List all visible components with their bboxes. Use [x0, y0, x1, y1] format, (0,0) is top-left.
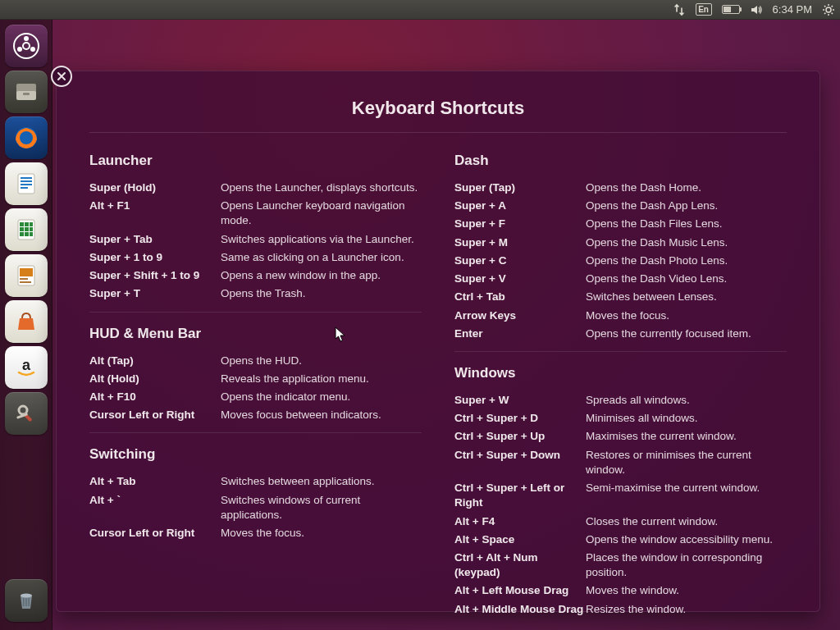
shortcut-key: Arrow Keys	[454, 308, 586, 323]
shortcut-key: Alt + `	[89, 493, 221, 523]
shortcut-description: Minimises all windows.	[586, 411, 787, 426]
battery-indicator[interactable]	[722, 0, 740, 19]
shortcut-key: Super + Shift + 1 to 9	[89, 268, 221, 283]
firefox-icon[interactable]	[5, 116, 48, 159]
shortcut-row: Alt + Middle Mouse DragResizes the windo…	[454, 602, 787, 617]
shortcut-row: Ctrl + Super + DMinimises all windows.	[454, 411, 787, 426]
shortcut-row: Ctrl + Super + DownRestores or minimises…	[454, 448, 787, 477]
shortcut-description: Switches between Lenses.	[586, 290, 787, 304]
svg-point-13	[23, 43, 30, 49]
shortcut-row: Super + Shift + 1 to 9Opens a new window…	[89, 268, 422, 283]
shortcut-key: Alt (Tap)	[89, 354, 221, 368]
svg-rect-28	[20, 227, 24, 231]
shortcut-key: Ctrl + Tab	[454, 290, 586, 304]
shortcut-row: Ctrl + Super + UpMaximises the current w…	[454, 429, 787, 444]
launcher: a	[0, 20, 52, 630]
shortcut-row: Super + TOpens the Trash.	[89, 286, 422, 301]
sound-indicator[interactable]	[750, 0, 763, 19]
shortcut-key: Ctrl + Super + D	[454, 411, 586, 426]
shortcut-description: Moves the window.	[586, 583, 787, 598]
shortcut-row: Super (Hold)Opens the Launcher, displays…	[89, 180, 422, 195]
close-button[interactable]	[51, 66, 72, 87]
shortcut-key: Super + T	[89, 286, 221, 301]
shortcut-row: Alt + Left Mouse DragMoves the window.	[454, 583, 787, 598]
shortcut-description: Semi-maximise the current window.	[586, 481, 787, 510]
shortcut-description: Switches windows of current applications…	[221, 493, 422, 523]
shortcut-row: Super + COpens the Dash Photo Lens.	[454, 253, 787, 268]
shortcut-key: Alt + F1	[89, 199, 221, 228]
files-icon[interactable]	[5, 71, 48, 113]
svg-point-11	[17, 47, 22, 52]
shortcut-description: Switches applications via the Launcher.	[221, 232, 422, 247]
svg-rect-32	[25, 232, 29, 236]
shortcut-key: Alt + Space	[454, 532, 586, 547]
dash-icon[interactable]	[5, 25, 48, 67]
svg-rect-31	[20, 232, 24, 236]
shortcut-key: Alt + Tab	[89, 474, 221, 489]
shortcut-description: Closes the current window.	[586, 514, 787, 529]
shortcut-section: HUD & Menu BarAlt (Tap)Opens the HUD.Alt…	[89, 326, 422, 423]
shortcut-description: Opens the Dash Home.	[586, 180, 787, 195]
battery-icon	[722, 5, 740, 14]
svg-point-10	[24, 36, 29, 41]
shortcut-key: Alt + F4	[454, 514, 586, 529]
clock-text: 6:34 PM	[773, 3, 812, 16]
amazon-icon[interactable]: a	[5, 346, 48, 389]
svg-point-12	[30, 47, 35, 52]
network-icon[interactable]	[673, 0, 686, 19]
shortcut-row: Cursor Left or RightMoves focus between …	[89, 408, 422, 422]
shortcut-row: Super + 1 to 9Same as clicking on a Laun…	[89, 250, 422, 265]
svg-rect-29	[25, 227, 29, 231]
svg-rect-45	[28, 598, 30, 606]
divider	[89, 132, 787, 133]
writer-icon[interactable]	[5, 162, 48, 205]
trash-icon[interactable]	[5, 579, 48, 622]
shortcut-row: Alt (Tap)Opens the HUD.	[89, 354, 422, 368]
calc-icon[interactable]	[5, 208, 48, 251]
svg-rect-25	[20, 222, 24, 226]
system-indicator[interactable]	[822, 0, 835, 19]
section-title: Dash	[454, 153, 787, 169]
shortcut-section: WindowsSuper + WSpreads all windows.Ctrl…	[454, 365, 787, 617]
section-title: Windows	[454, 365, 787, 381]
shortcut-key: Ctrl + Super + Down	[454, 448, 586, 477]
shortcut-description: Moves focus between indicators.	[221, 408, 422, 422]
software-icon[interactable]	[5, 300, 48, 343]
shortcut-key: Super (Hold)	[89, 180, 221, 195]
svg-rect-27	[30, 222, 33, 226]
shortcut-description: Opens the Launcher, displays shortcuts.	[221, 180, 422, 195]
section-title: HUD & Menu Bar	[89, 326, 422, 342]
shortcut-key: Cursor Left or Right	[89, 408, 221, 422]
shortcut-key: Super + F	[454, 217, 586, 231]
svg-rect-22	[21, 184, 32, 185]
shortcut-description: Reveals the application menu.	[221, 372, 422, 386]
shortcut-key: Alt + F10	[89, 390, 221, 404]
shortcut-key: Super + C	[454, 253, 586, 268]
clock[interactable]: 6:34 PM	[773, 0, 812, 19]
svg-rect-30	[30, 227, 33, 231]
shortcut-description: Opens the Dash Video Lens.	[586, 272, 787, 286]
shortcut-description: Opens the Dash Files Lens.	[586, 217, 787, 231]
svg-line-8	[824, 12, 825, 13]
svg-point-0	[826, 7, 831, 12]
shortcut-section: DashSuper (Tap)Opens the Dash Home.Super…	[454, 153, 787, 341]
shortcut-key: Super + W	[454, 393, 586, 408]
shortcut-row: Alt (Hold)Reveals the application menu.	[89, 372, 422, 386]
shortcut-row: Super (Tap)Opens the Dash Home.	[454, 180, 787, 195]
shortcut-description: Moves the focus.	[221, 526, 422, 541]
keyboard-shortcuts-overlay: Keyboard Shortcuts LauncherSuper (Hold)O…	[56, 71, 820, 612]
shortcut-key: Super + 1 to 9	[89, 250, 221, 265]
svg-rect-23	[21, 187, 28, 189]
shortcut-row: Cursor Left or RightMoves the focus.	[89, 526, 422, 541]
impress-icon[interactable]	[5, 254, 48, 297]
svg-rect-16	[23, 93, 30, 95]
svg-rect-15	[16, 91, 36, 100]
keyboard-layout-indicator[interactable]: En	[696, 0, 712, 19]
shortcut-row: Alt + TabSwitches between applications.	[89, 474, 422, 489]
shortcut-description: Resizes the window.	[586, 602, 787, 617]
svg-rect-20	[21, 177, 32, 179]
shortcut-row: Super + FOpens the Dash Files Lens.	[454, 217, 787, 231]
shortcut-description: Opens the currently focused item.	[586, 326, 787, 341]
settings-icon[interactable]	[5, 392, 48, 435]
svg-rect-36	[20, 278, 28, 280]
